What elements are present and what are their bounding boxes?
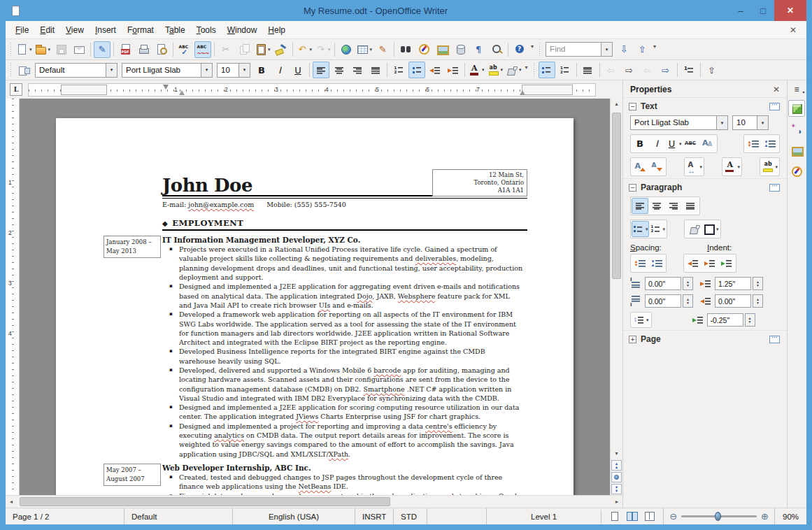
chevron-down-icon[interactable]: ▾ [601, 43, 612, 56]
save-button[interactable] [52, 41, 69, 58]
email-document-button[interactable] [71, 41, 87, 58]
find-next-button[interactable]: ⇩ [615, 41, 632, 58]
after-indent-field[interactable]: 0.00" ▲▼ [715, 294, 763, 308]
font-color-dropdown-icon[interactable]: ▾ [482, 67, 485, 73]
text-section-header[interactable]: − Text [623, 97, 787, 113]
next-page-button[interactable]: ▼▼ [611, 484, 622, 494]
status-zoom-value[interactable]: 90% [774, 508, 806, 524]
bold-button[interactable]: B [253, 62, 270, 78]
scroll-left-icon[interactable]: ◂ [6, 496, 17, 508]
before-indent-field[interactable]: 1.25" ▲▼ [715, 277, 763, 290]
open-button[interactable]: ▾ [34, 41, 52, 58]
status-page-style[interactable]: Default [124, 508, 233, 524]
character-spacing-button[interactable]: ▾ [685, 159, 703, 175]
horizontal-scrollbar[interactable]: ◂ ▸ [6, 495, 622, 508]
right-indent-marker[interactable] [520, 90, 525, 95]
shrink-font-button[interactable] [648, 159, 665, 175]
italic-button[interactable]: I [648, 136, 665, 152]
left-margin-box[interactable] [61, 85, 107, 95]
increase-indent-button[interactable] [685, 255, 701, 271]
align-right-button[interactable] [349, 62, 366, 78]
decrease-paragraph-spacing-button[interactable] [648, 255, 665, 271]
borders-dropdown-icon[interactable]: ▾ [716, 227, 719, 232]
text-dialog-launcher-icon[interactable] [769, 103, 780, 110]
menu-format[interactable]: Format [122, 23, 159, 37]
chevron-down-icon[interactable]: ▾ [106, 64, 117, 77]
job-bullet[interactable]: Developed Business Intelligence reports … [179, 347, 523, 366]
scroll-up-icon[interactable]: ▴ [611, 99, 622, 110]
toolbar-overflow-button[interactable]: ▾ [529, 39, 536, 50]
vertical-ruler[interactable]: 1234 [6, 99, 20, 495]
underline-button[interactable]: U▾ [665, 136, 683, 152]
nonprinting-characters-button[interactable]: ¶ [470, 41, 487, 58]
paste-button[interactable]: ▾ [254, 41, 271, 58]
navigator-button[interactable] [415, 41, 432, 58]
demote-one-level-button[interactable]: ⇨ [621, 62, 638, 78]
promote-one-level-button[interactable]: ⇦ [603, 62, 620, 78]
chevron-down-icon[interactable]: ▾ [757, 116, 768, 129]
job-bullet[interactable]: Financial data such as purchase orders w… [179, 492, 523, 495]
font-size-combo[interactable]: 10▾ [217, 63, 250, 78]
spinner-arrows[interactable]: ▲▼ [753, 277, 763, 290]
job-bullet[interactable]: Created, tested and debugged changes to … [179, 473, 523, 492]
toolbar-grip[interactable] [9, 63, 13, 77]
menu-window[interactable]: Window [222, 23, 263, 37]
tab-styles[interactable] [788, 121, 805, 138]
numbering-button[interactable]: ▾ [649, 221, 667, 237]
character-spacing-dropdown-icon[interactable]: ▾ [699, 164, 702, 170]
font-name-combo[interactable]: Port Lligat Slab▾ [122, 63, 213, 78]
data-sources-button[interactable] [452, 41, 469, 58]
chevron-down-icon[interactable]: ▾ [201, 64, 212, 77]
align-left-button[interactable] [632, 198, 648, 214]
sidebar-font-size-combo[interactable]: 10 ▾ [732, 115, 769, 130]
scroll-right-icon[interactable]: ▸ [611, 496, 622, 508]
toolbar-overflow-button[interactable]: ▾ [523, 60, 530, 71]
name-cell[interactable]: John Doe [162, 169, 432, 196]
gallery-button[interactable] [434, 41, 450, 58]
undo-button[interactable]: ↶▾ [296, 41, 313, 58]
italic-button[interactable]: I [271, 62, 288, 78]
grow-font-button[interactable] [632, 159, 648, 175]
menu-table[interactable]: Table [159, 23, 191, 37]
status-selection-mode[interactable]: STD [394, 508, 427, 524]
menu-tools[interactable]: Tools [191, 23, 222, 37]
horizontal-scroll-thumb[interactable] [20, 497, 390, 506]
status-insert-mode[interactable]: INSRT [355, 508, 394, 524]
format-paintbrush-button[interactable] [273, 41, 290, 58]
job-bullet[interactable]: Designed and implemented a J2EE applicat… [179, 403, 523, 422]
decrease-indent-button[interactable] [427, 62, 443, 78]
paragraph-style-combo[interactable]: Default▾ [35, 63, 117, 78]
zoom-slider-thumb[interactable] [715, 512, 721, 521]
zoom-slider-track[interactable] [681, 515, 757, 517]
zoom-in-icon[interactable]: ⊕ [761, 511, 769, 522]
collapse-icon[interactable]: − [629, 184, 636, 192]
close-button[interactable]: ✕ [774, 0, 806, 21]
font-color-button[interactable]: ▾ [723, 159, 741, 175]
promote-with-subpoints-button[interactable]: ⇦ [639, 62, 656, 78]
show-draw-functions-button[interactable]: ✎ [374, 41, 391, 58]
menu-view[interactable]: View [60, 23, 90, 37]
page-section-header[interactable]: + Page [623, 330, 787, 346]
horizontal-scroll-track[interactable] [17, 496, 611, 508]
find-input[interactable]: Find▾ [546, 42, 613, 57]
underline-button[interactable]: U [290, 62, 306, 78]
right-margin-box[interactable] [522, 85, 573, 95]
align-right-button[interactable] [665, 198, 682, 214]
increase-indent-button[interactable] [445, 62, 462, 78]
contact-line[interactable]: E-mail: john@example.com Mobile: (555) 5… [162, 198, 527, 208]
document-page[interactable]: John Doe12 Main St,Toronto, OntarioA1A 1… [56, 118, 574, 495]
numbering-dropdown-icon[interactable]: ▾ [663, 227, 666, 232]
numbering-on-off-2-button[interactable] [557, 62, 574, 78]
zoom-out-icon[interactable]: ⊖ [669, 511, 677, 522]
increase-paragraph-spacing-button[interactable] [632, 255, 648, 271]
job-title[interactable]: Web Developer Internship, ABC Inc. [162, 464, 527, 472]
open-dropdown-icon[interactable]: ▾ [48, 47, 51, 52]
export-pdf-button[interactable] [117, 41, 134, 58]
spellcheck-button[interactable] [176, 41, 193, 58]
tab-gallery[interactable] [788, 142, 805, 159]
numbering-on-off-button[interactable] [390, 62, 407, 78]
styles-and-formatting-button[interactable] [15, 62, 32, 78]
new-document-button[interactable]: ▾ [15, 41, 33, 58]
bullets-on-off-2-button[interactable] [539, 62, 555, 78]
tab-properties[interactable] [788, 100, 805, 117]
